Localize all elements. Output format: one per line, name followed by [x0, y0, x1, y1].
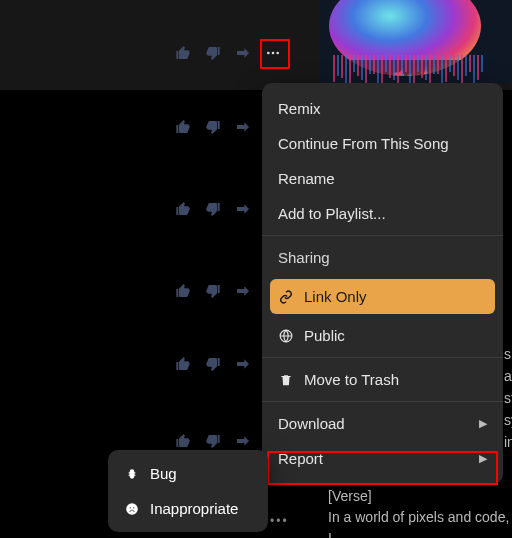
menu-download[interactable]: Download ▶: [262, 406, 503, 441]
share-icon[interactable]: [234, 432, 252, 450]
share-icon[interactable]: [234, 118, 252, 136]
menu-public[interactable]: Public: [262, 318, 503, 353]
side-cut-text: s a st syr int: [504, 343, 512, 453]
thumbs-down-icon[interactable]: [204, 44, 222, 62]
menu-separator: [262, 357, 503, 358]
svg-point-7: [130, 507, 131, 508]
thumbs-up-icon[interactable]: [174, 200, 192, 218]
link-icon: [278, 289, 294, 305]
report-submenu: Bug Inappropriate: [108, 450, 268, 532]
menu-label: Public: [304, 327, 345, 344]
lyrics-panel: [Verse] In a world of pixels and code, I…: [328, 486, 512, 538]
thumbs-up-icon[interactable]: [174, 432, 192, 450]
menu-label: Remix: [278, 100, 321, 117]
menu-label: Sharing: [278, 249, 330, 266]
submenu-label: Bug: [150, 465, 177, 482]
album-artwork: [320, 0, 512, 83]
globe-icon: [278, 328, 294, 344]
thumbs-down-icon[interactable]: [204, 282, 222, 300]
share-icon[interactable]: [234, 200, 252, 218]
submenu-inappropriate[interactable]: Inappropriate: [108, 491, 268, 526]
lyrics-line: In a world of pixels and code, I: [328, 507, 512, 538]
thumbs-down-icon[interactable]: [204, 118, 222, 136]
menu-label: Link Only: [304, 288, 367, 305]
report-highlight: [267, 451, 498, 485]
submenu-bug[interactable]: Bug: [108, 456, 268, 491]
thumbs-down-icon[interactable]: [204, 432, 222, 450]
thumbs-up-icon[interactable]: [174, 118, 192, 136]
menu-add-playlist[interactable]: Add to Playlist...: [262, 196, 503, 231]
thumbs-down-icon[interactable]: [204, 200, 222, 218]
menu-label: Continue From This Song: [278, 135, 449, 152]
thumbs-up-icon[interactable]: [174, 355, 192, 373]
menu-link-only[interactable]: Link Only: [270, 279, 495, 314]
svg-point-8: [133, 507, 134, 508]
trash-icon: [278, 372, 294, 388]
share-icon[interactable]: [234, 282, 252, 300]
bug-icon: [124, 466, 140, 482]
menu-remix[interactable]: Remix: [262, 91, 503, 126]
menu-separator: [262, 235, 503, 236]
chevron-right-icon: ▶: [479, 417, 487, 430]
menu-continue[interactable]: Continue From This Song: [262, 126, 503, 161]
menu-separator: [262, 401, 503, 402]
more-button-highlight: [260, 39, 290, 69]
thumbs-down-icon[interactable]: [204, 355, 222, 373]
menu-rename[interactable]: Rename: [262, 161, 503, 196]
menu-label: Move to Trash: [304, 371, 399, 388]
share-icon[interactable]: [234, 355, 252, 373]
thumbs-up-icon[interactable]: [174, 44, 192, 62]
sad-face-icon: [124, 501, 140, 517]
context-menu: Remix Continue From This Song Rename Add…: [262, 83, 503, 484]
thumbs-up-icon[interactable]: [174, 282, 192, 300]
menu-label: Rename: [278, 170, 335, 187]
more-icon[interactable]: •••: [270, 514, 289, 528]
submenu-label: Inappropriate: [150, 500, 238, 517]
menu-label: Download: [278, 415, 345, 432]
lyrics-header: [Verse]: [328, 486, 512, 507]
menu-sharing-header: Sharing: [262, 240, 503, 275]
menu-label: Add to Playlist...: [278, 205, 386, 222]
svg-point-6: [126, 503, 138, 515]
share-icon[interactable]: [234, 44, 252, 62]
menu-move-trash[interactable]: Move to Trash: [262, 362, 503, 397]
